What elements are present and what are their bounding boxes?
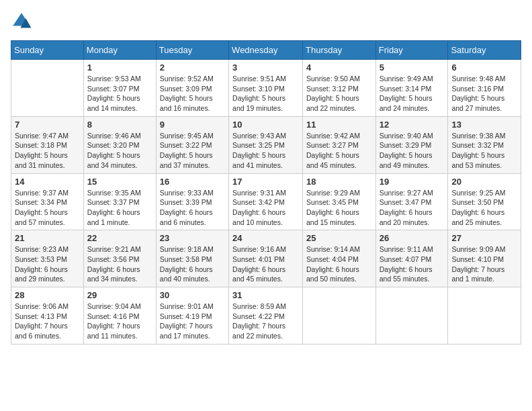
- day-number: 9: [160, 120, 225, 130]
- day-info: Sunrise: 9:11 AMSunset: 4:07 PMDaylight:…: [380, 244, 445, 284]
- calendar-cell: 27Sunrise: 9:09 AMSunset: 4:10 PMDayligh…: [448, 230, 521, 287]
- day-header-monday: Monday: [83, 41, 156, 60]
- calendar-cell: 24Sunrise: 9:16 AMSunset: 4:01 PMDayligh…: [229, 230, 303, 287]
- calendar-cell: 5Sunrise: 9:49 AMSunset: 3:14 PMDaylight…: [375, 60, 448, 117]
- day-number: 28: [15, 290, 80, 300]
- day-number: 12: [380, 120, 445, 130]
- day-info: Sunrise: 9:52 AMSunset: 3:09 PMDaylight:…: [160, 74, 225, 113]
- day-number: 3: [232, 62, 299, 73]
- day-number: 2: [160, 62, 225, 73]
- day-number: 22: [87, 233, 152, 243]
- calendar-table: SundayMondayTuesdayWednesdayThursdayFrid…: [11, 40, 521, 345]
- calendar-cell: 16Sunrise: 9:33 AMSunset: 3:39 PMDayligh…: [156, 173, 228, 230]
- day-info: Sunrise: 9:47 AMSunset: 3:18 PMDaylight:…: [15, 131, 80, 171]
- page-header: [11, 11, 521, 32]
- day-info: Sunrise: 9:48 AMSunset: 3:16 PMDaylight:…: [451, 74, 517, 113]
- day-number: 6: [451, 62, 517, 73]
- day-info: Sunrise: 9:46 AMSunset: 3:20 PMDaylight:…: [87, 131, 152, 171]
- day-info: Sunrise: 9:50 AMSunset: 3:12 PMDaylight:…: [306, 74, 372, 113]
- calendar-cell: [375, 287, 448, 345]
- day-number: 14: [15, 177, 80, 187]
- day-number: 11: [306, 120, 372, 130]
- day-info: Sunrise: 9:35 AMSunset: 3:37 PMDaylight:…: [87, 188, 152, 228]
- calendar-cell: 4Sunrise: 9:50 AMSunset: 3:12 PMDaylight…: [303, 60, 376, 117]
- day-number: 1: [87, 62, 152, 73]
- day-info: Sunrise: 9:37 AMSunset: 3:34 PMDaylight:…: [15, 188, 80, 228]
- calendar-cell: [303, 287, 376, 345]
- day-info: Sunrise: 8:59 AMSunset: 4:22 PMDaylight:…: [232, 302, 299, 341]
- calendar-cell: 29Sunrise: 9:04 AMSunset: 4:16 PMDayligh…: [83, 287, 156, 345]
- day-header-saturday: Saturday: [448, 41, 521, 60]
- calendar-cell: 7Sunrise: 9:47 AMSunset: 3:18 PMDaylight…: [11, 116, 84, 173]
- day-number: 17: [232, 177, 299, 187]
- day-info: Sunrise: 9:14 AMSunset: 4:04 PMDaylight:…: [306, 244, 372, 284]
- day-info: Sunrise: 9:33 AMSunset: 3:39 PMDaylight:…: [160, 188, 225, 228]
- calendar-cell: 20Sunrise: 9:25 AMSunset: 3:50 PMDayligh…: [448, 173, 521, 230]
- day-number: 24: [232, 233, 299, 243]
- day-info: Sunrise: 9:45 AMSunset: 3:22 PMDaylight:…: [160, 131, 225, 171]
- day-info: Sunrise: 9:06 AMSunset: 4:13 PMDaylight:…: [15, 302, 80, 341]
- calendar-cell: 8Sunrise: 9:46 AMSunset: 3:20 PMDaylight…: [83, 116, 156, 173]
- calendar-cell: [11, 60, 84, 117]
- logo: [11, 11, 35, 32]
- day-info: Sunrise: 9:53 AMSunset: 3:07 PMDaylight:…: [87, 74, 152, 113]
- logo-icon: [11, 11, 32, 32]
- calendar-cell: 17Sunrise: 9:31 AMSunset: 3:42 PMDayligh…: [229, 173, 303, 230]
- day-info: Sunrise: 9:27 AMSunset: 3:47 PMDaylight:…: [380, 188, 445, 228]
- day-number: 29: [87, 290, 152, 300]
- day-number: 21: [15, 233, 80, 243]
- day-number: 18: [306, 177, 372, 187]
- calendar-cell: 2Sunrise: 9:52 AMSunset: 3:09 PMDaylight…: [156, 60, 228, 117]
- day-info: Sunrise: 9:21 AMSunset: 3:56 PMDaylight:…: [87, 244, 152, 284]
- calendar-header-row: SundayMondayTuesdayWednesdayThursdayFrid…: [11, 41, 521, 60]
- day-info: Sunrise: 9:31 AMSunset: 3:42 PMDaylight:…: [232, 188, 299, 228]
- day-number: 16: [160, 177, 225, 187]
- day-number: 13: [451, 120, 517, 130]
- calendar-week-row: 21Sunrise: 9:23 AMSunset: 3:53 PMDayligh…: [11, 230, 521, 287]
- day-header-sunday: Sunday: [11, 41, 84, 60]
- day-number: 10: [232, 120, 299, 130]
- day-number: 27: [451, 233, 517, 243]
- day-info: Sunrise: 9:49 AMSunset: 3:14 PMDaylight:…: [380, 74, 445, 113]
- day-info: Sunrise: 9:42 AMSunset: 3:27 PMDaylight:…: [306, 131, 372, 171]
- day-header-thursday: Thursday: [303, 41, 376, 60]
- day-number: 4: [306, 62, 372, 73]
- calendar-cell: 25Sunrise: 9:14 AMSunset: 4:04 PMDayligh…: [303, 230, 376, 287]
- day-info: Sunrise: 9:18 AMSunset: 3:58 PMDaylight:…: [160, 244, 225, 284]
- calendar-cell: 10Sunrise: 9:43 AMSunset: 3:25 PMDayligh…: [229, 116, 303, 173]
- calendar-cell: 30Sunrise: 9:01 AMSunset: 4:19 PMDayligh…: [156, 287, 228, 345]
- day-number: 20: [451, 177, 517, 187]
- day-info: Sunrise: 9:40 AMSunset: 3:29 PMDaylight:…: [380, 131, 445, 171]
- calendar-cell: 23Sunrise: 9:18 AMSunset: 3:58 PMDayligh…: [156, 230, 228, 287]
- calendar-cell: 3Sunrise: 9:51 AMSunset: 3:10 PMDaylight…: [229, 60, 303, 117]
- day-info: Sunrise: 9:16 AMSunset: 4:01 PMDaylight:…: [232, 244, 299, 284]
- calendar-cell: 28Sunrise: 9:06 AMSunset: 4:13 PMDayligh…: [11, 287, 84, 345]
- calendar-cell: 21Sunrise: 9:23 AMSunset: 3:53 PMDayligh…: [11, 230, 84, 287]
- day-number: 25: [306, 233, 372, 243]
- calendar-cell: 1Sunrise: 9:53 AMSunset: 3:07 PMDaylight…: [83, 60, 156, 117]
- day-number: 30: [160, 290, 225, 300]
- day-number: 15: [87, 177, 152, 187]
- day-header-tuesday: Tuesday: [156, 41, 228, 60]
- calendar-week-row: 28Sunrise: 9:06 AMSunset: 4:13 PMDayligh…: [11, 287, 521, 345]
- calendar-week-row: 1Sunrise: 9:53 AMSunset: 3:07 PMDaylight…: [11, 60, 521, 117]
- day-header-wednesday: Wednesday: [229, 41, 303, 60]
- calendar-cell: 13Sunrise: 9:38 AMSunset: 3:32 PMDayligh…: [448, 116, 521, 173]
- day-info: Sunrise: 9:51 AMSunset: 3:10 PMDaylight:…: [232, 74, 299, 113]
- calendar-cell: 12Sunrise: 9:40 AMSunset: 3:29 PMDayligh…: [375, 116, 448, 173]
- calendar-week-row: 7Sunrise: 9:47 AMSunset: 3:18 PMDaylight…: [11, 116, 521, 173]
- calendar-cell: 26Sunrise: 9:11 AMSunset: 4:07 PMDayligh…: [375, 230, 448, 287]
- calendar-cell: 31Sunrise: 8:59 AMSunset: 4:22 PMDayligh…: [229, 287, 303, 345]
- calendar-cell: 14Sunrise: 9:37 AMSunset: 3:34 PMDayligh…: [11, 173, 84, 230]
- day-info: Sunrise: 9:25 AMSunset: 3:50 PMDaylight:…: [451, 188, 517, 228]
- day-info: Sunrise: 9:43 AMSunset: 3:25 PMDaylight:…: [232, 131, 299, 171]
- day-number: 31: [232, 290, 299, 300]
- calendar-cell: [448, 287, 521, 345]
- calendar-cell: 19Sunrise: 9:27 AMSunset: 3:47 PMDayligh…: [375, 173, 448, 230]
- day-number: 23: [160, 233, 225, 243]
- day-info: Sunrise: 9:29 AMSunset: 3:45 PMDaylight:…: [306, 188, 372, 228]
- day-info: Sunrise: 9:23 AMSunset: 3:53 PMDaylight:…: [15, 244, 80, 284]
- calendar-cell: 15Sunrise: 9:35 AMSunset: 3:37 PMDayligh…: [83, 173, 156, 230]
- day-number: 5: [380, 62, 445, 73]
- day-number: 19: [380, 177, 445, 187]
